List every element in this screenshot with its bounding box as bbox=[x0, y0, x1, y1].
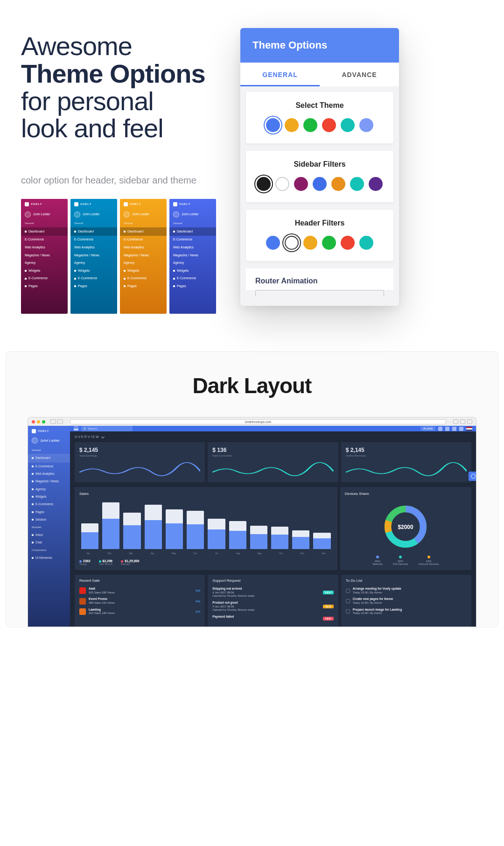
todo-widget: To Do List Arrange meeting for Vuely upd… bbox=[341, 575, 471, 627]
color-swatch[interactable] bbox=[331, 177, 345, 191]
list-item[interactable]: Payment failedNEW bbox=[212, 613, 333, 624]
sidebar-item[interactable]: Agency bbox=[32, 486, 66, 493]
sidebar-item[interactable]: Magazine / News bbox=[32, 478, 66, 485]
nav-arrows[interactable] bbox=[50, 419, 63, 424]
sidebar-filters-card: Sidebar Filters bbox=[246, 151, 393, 202]
sidebar-item[interactable]: UI Elements bbox=[32, 554, 66, 562]
list-item[interactable]: Product not good4 Jan 2017 08:56Opened b… bbox=[212, 599, 333, 613]
color-swatch[interactable] bbox=[350, 177, 364, 191]
color-swatch[interactable] bbox=[359, 236, 373, 250]
bar bbox=[145, 505, 162, 549]
bar bbox=[123, 513, 140, 549]
avatar-icon bbox=[25, 212, 31, 218]
hero-line4: look and feel bbox=[21, 113, 163, 143]
color-swatch[interactable] bbox=[275, 177, 289, 191]
list-item[interactable]: Aadi525 Sales 280 Views$99 bbox=[79, 585, 200, 596]
sidebar-preview-orange: VUELY John Leider General Dashboard E-Co… bbox=[120, 199, 167, 314]
sidebar-swatches bbox=[253, 177, 386, 191]
app-topbar: 🔍 Search PLANS bbox=[70, 426, 476, 431]
sidebar-filters-title: Sidebar Filters bbox=[253, 160, 386, 169]
cart-icon[interactable] bbox=[459, 427, 463, 431]
sidebar-item[interactable]: Session bbox=[32, 516, 66, 523]
sidebar-item[interactable]: Dashboard bbox=[28, 454, 70, 462]
section-label: General bbox=[25, 221, 64, 226]
router-animation-select[interactable] bbox=[255, 290, 384, 296]
color-swatch[interactable] bbox=[266, 118, 280, 132]
avatar-icon bbox=[32, 437, 38, 444]
color-swatch[interactable] bbox=[359, 118, 373, 132]
color-swatch[interactable] bbox=[257, 177, 271, 191]
tab-general[interactable]: GENERAL bbox=[240, 63, 320, 86]
checkbox[interactable] bbox=[346, 609, 350, 613]
tab-advance[interactable]: ADVANCE bbox=[320, 63, 399, 86]
bar bbox=[250, 526, 267, 549]
list-item[interactable]: Prepare launch image for LawkingToday 10… bbox=[346, 606, 467, 617]
sales-widget: Sales JanFebMarAprMayJunJulAugSepOctNovD… bbox=[75, 487, 337, 570]
recent-sale-widget: Recent Sale Aadi525 Sales 280 Views$99Ev… bbox=[75, 575, 205, 627]
hero-line3: for personal bbox=[21, 86, 154, 116]
list-item[interactable]: Create new pages for themeToday 10:30 | … bbox=[346, 596, 467, 606]
app-main: 🔍 Search PLANS OVERVIEW $ 2,145Total Ear… bbox=[70, 426, 476, 627]
color-swatch[interactable] bbox=[341, 236, 355, 250]
checkbox[interactable] bbox=[346, 589, 350, 593]
dark-layout-section: Dark Layout smartmockups.com VUELY John … bbox=[6, 351, 498, 627]
sidebar-preview-magenta: VUELY John Leider General Dashboard E-Co… bbox=[21, 199, 68, 314]
chat-icon[interactable] bbox=[445, 427, 449, 431]
flag-icon[interactable] bbox=[466, 427, 472, 431]
donut-center: $2000 bbox=[398, 524, 413, 530]
browser-icons[interactable] bbox=[453, 419, 472, 424]
color-swatch[interactable] bbox=[303, 236, 317, 250]
theme-swatches bbox=[253, 118, 386, 132]
url-bar[interactable]: smartmockups.com bbox=[70, 419, 446, 424]
plans-button[interactable]: PLANS bbox=[420, 426, 435, 431]
bell-icon[interactable] bbox=[452, 427, 456, 431]
color-swatch[interactable] bbox=[266, 236, 280, 250]
color-swatch[interactable] bbox=[294, 177, 308, 191]
panel-title: Theme Options bbox=[240, 28, 399, 63]
sidebar-previews: VUELY John Leider General Dashboard E-Co… bbox=[21, 199, 226, 314]
support-widget: Support Request Shipping not arrived4 Ja… bbox=[208, 575, 338, 627]
bar bbox=[166, 509, 183, 549]
bar bbox=[271, 527, 288, 549]
logo-icon bbox=[25, 202, 29, 206]
header-filters-card: Header Filters bbox=[246, 210, 393, 261]
sales-month-labels: JanFebMarAprMayJunJulAugSepOctNovDec bbox=[79, 552, 333, 555]
color-swatch[interactable] bbox=[322, 118, 336, 132]
color-swatch[interactable] bbox=[369, 177, 383, 191]
sales-title: Sales bbox=[79, 492, 333, 496]
sidebar-item[interactable]: Pages bbox=[32, 508, 66, 516]
color-swatch[interactable] bbox=[322, 236, 336, 250]
color-swatch[interactable] bbox=[285, 236, 299, 250]
color-swatch[interactable] bbox=[313, 177, 327, 191]
search-input[interactable]: 🔍 Search bbox=[81, 426, 133, 431]
list-item[interactable]: Shipping not arrived4 Jan 2017 08:56Open… bbox=[212, 585, 333, 599]
list-item[interactable]: Lawking320 Sales 180 Views$42 bbox=[79, 606, 200, 617]
select-theme-title: Select Theme bbox=[253, 101, 386, 110]
sidebar-item[interactable]: E-Commerce bbox=[32, 501, 66, 508]
color-swatch[interactable] bbox=[303, 118, 317, 132]
sidebar-item[interactable]: E-Commerce bbox=[32, 463, 66, 470]
sidebar-item[interactable]: Widgets bbox=[32, 493, 66, 501]
list-item[interactable]: Arrange meeting for Vuely updateToday 10… bbox=[346, 585, 467, 596]
panel-tabs: GENERAL ADVANCE bbox=[240, 63, 399, 86]
bar bbox=[187, 511, 204, 549]
header-swatches bbox=[253, 236, 386, 250]
chevron-down-icon[interactable] bbox=[101, 435, 105, 438]
sidebar-item[interactable]: Chat bbox=[32, 539, 66, 546]
brand-label: VUELY bbox=[31, 202, 42, 207]
color-swatch[interactable] bbox=[285, 118, 299, 132]
dark-title: Dark Layout bbox=[28, 373, 476, 398]
color-swatch[interactable] bbox=[341, 118, 355, 132]
select-theme-card: Select Theme bbox=[246, 92, 393, 143]
sidebar-preview-blue: VUELY John Leider General Dashboard E-Co… bbox=[169, 199, 216, 314]
apps-icon[interactable] bbox=[438, 427, 442, 431]
checkbox[interactable] bbox=[346, 599, 350, 603]
list-item[interactable]: Event Promo488 Sales 210 Views$66 bbox=[79, 596, 200, 606]
menu-icon[interactable] bbox=[74, 427, 78, 430]
bar bbox=[292, 530, 309, 549]
settings-fab[interactable] bbox=[469, 472, 476, 481]
router-animation-label: Router Animation bbox=[246, 268, 393, 290]
devices-title: Devices Share bbox=[345, 492, 467, 496]
sidebar-item[interactable]: Web Analytics bbox=[32, 470, 66, 478]
sidebar-item[interactable]: Inbox bbox=[32, 531, 66, 539]
